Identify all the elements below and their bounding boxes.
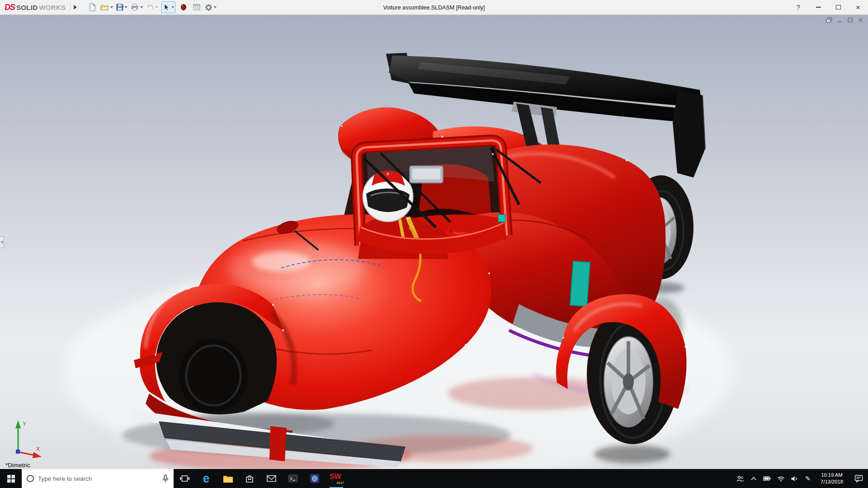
clock-time: 10:19 AM xyxy=(815,472,849,479)
title-bar: DS SOLIDWORKS xyxy=(0,0,868,15)
mail-icon xyxy=(267,475,276,482)
doc-minimize-icon[interactable] xyxy=(837,17,843,23)
settings-button[interactable] xyxy=(205,1,217,13)
app-icon-store[interactable] xyxy=(239,469,260,488)
action-center-icon xyxy=(854,474,863,483)
battery-button[interactable] xyxy=(760,469,774,488)
pen-button[interactable]: ✎ xyxy=(801,469,815,488)
windows-logo-icon xyxy=(7,475,15,483)
doc-maximize-icon[interactable] xyxy=(847,17,853,23)
settings-dropdown-caret[interactable] xyxy=(214,6,217,8)
panel-collapse-arrow-icon xyxy=(1,241,3,244)
minimize-button[interactable] xyxy=(808,0,828,15)
people-icon xyxy=(736,475,744,482)
volume-button[interactable] xyxy=(788,469,801,488)
orientation-triad: Y X xyxy=(6,416,48,459)
microphone-icon[interactable] xyxy=(162,474,169,483)
new-document-icon xyxy=(88,3,96,11)
tray-overflow-button[interactable] xyxy=(747,469,760,488)
quick-access-toolbar xyxy=(87,1,217,13)
taskbar-search-box[interactable] xyxy=(22,469,174,488)
network-button[interactable] xyxy=(774,469,788,488)
taskbar-spacer xyxy=(347,469,733,488)
flyout-arrow-icon xyxy=(74,5,77,9)
app-icon-edrawings[interactable] xyxy=(304,469,326,488)
task-view-icon xyxy=(180,474,189,483)
panel-collapse-tab[interactable] xyxy=(0,236,4,248)
save-dropdown-caret[interactable] xyxy=(125,6,127,8)
triad-y-label: Y xyxy=(23,421,26,427)
start-button[interactable] xyxy=(0,469,22,488)
select-arrow-icon xyxy=(163,4,170,11)
view-orientation-label: *Dimetric xyxy=(5,462,30,469)
undo-icon xyxy=(146,4,154,11)
new-document-button[interactable] xyxy=(87,1,97,13)
select-tool-button[interactable] xyxy=(161,1,175,13)
open-dropdown-caret[interactable] xyxy=(110,6,113,8)
solidworks-window: DS SOLIDWORKS xyxy=(0,0,868,488)
task-view-button[interactable] xyxy=(174,469,195,488)
print-button[interactable] xyxy=(131,1,143,13)
undo-button[interactable] xyxy=(146,1,158,13)
app-icon-edge[interactable]: e xyxy=(195,469,217,488)
battery-icon xyxy=(763,475,771,482)
design-table-icon xyxy=(193,4,200,11)
record-icon xyxy=(180,4,187,11)
solidworks-year: 2017 xyxy=(336,481,344,485)
brand-name-light: WORKS xyxy=(39,4,66,11)
brand-name-bold: SOLID xyxy=(16,4,38,11)
people-button[interactable] xyxy=(733,469,747,488)
triad-x-label: X xyxy=(36,446,40,452)
store-icon xyxy=(245,474,254,483)
help-button[interactable]: ? xyxy=(788,0,808,15)
close-icon: × xyxy=(856,4,860,11)
open-button[interactable] xyxy=(100,1,113,13)
taskbar-clock[interactable]: 10:19 AM 7/13/2018 xyxy=(815,472,849,485)
system-tray: ✎ 10:19 AM 7/13/2018 xyxy=(733,469,868,488)
maximize-icon xyxy=(836,5,841,9)
search-input[interactable] xyxy=(38,475,158,482)
taskbar-apps: e xyxy=(174,469,347,488)
gear-icon xyxy=(205,4,212,11)
network-icon xyxy=(777,475,785,482)
doc-restore-icon[interactable] xyxy=(826,17,832,23)
volume-icon xyxy=(791,475,798,482)
solidworks-app-icon: SW 2017 xyxy=(330,473,343,484)
viewport-3d[interactable]: Y X *Dimetric xyxy=(0,15,868,469)
app-icon-file-explorer[interactable] xyxy=(217,469,239,488)
undo-dropdown-caret[interactable] xyxy=(156,6,158,8)
document-window-controls xyxy=(826,17,863,23)
print-icon xyxy=(131,3,139,11)
cortana-icon xyxy=(27,475,34,482)
app-icon-command-prompt[interactable] xyxy=(282,469,304,488)
edrawings-icon xyxy=(310,474,320,483)
chevron-up-icon xyxy=(750,476,757,481)
dassault-logo-icon: DS xyxy=(5,3,15,12)
solidworks-logo: DS SOLIDWORKS xyxy=(0,3,68,12)
design-table-button[interactable] xyxy=(192,1,202,13)
app-icon-solidworks-2017[interactable]: SW 2017 xyxy=(326,469,347,488)
solidworks-glyph: SW xyxy=(330,473,341,480)
edge-icon: e xyxy=(203,473,209,485)
help-icon: ? xyxy=(797,4,800,11)
window-controls: ? × xyxy=(788,0,868,15)
maximize-button[interactable] xyxy=(828,0,848,15)
select-dropdown-caret[interactable] xyxy=(171,6,174,8)
pen-icon: ✎ xyxy=(805,475,811,482)
menu-flyout-button[interactable] xyxy=(70,1,80,13)
clock-date: 7/13/2018 xyxy=(815,479,849,485)
command-prompt-icon xyxy=(288,474,298,483)
record-tool-button[interactable] xyxy=(179,1,189,13)
save-button[interactable] xyxy=(116,1,127,13)
action-center-button[interactable] xyxy=(849,469,868,488)
print-dropdown-caret[interactable] xyxy=(140,6,143,8)
app-icon-mail[interactable] xyxy=(260,469,282,488)
file-explorer-icon xyxy=(223,474,233,483)
windows-taskbar: e xyxy=(0,469,868,488)
close-button[interactable]: × xyxy=(848,0,868,15)
save-icon xyxy=(116,4,123,11)
doc-close-icon[interactable] xyxy=(858,17,863,23)
model-render xyxy=(0,15,868,469)
minimize-icon xyxy=(816,7,821,8)
open-folder-icon xyxy=(100,4,109,11)
